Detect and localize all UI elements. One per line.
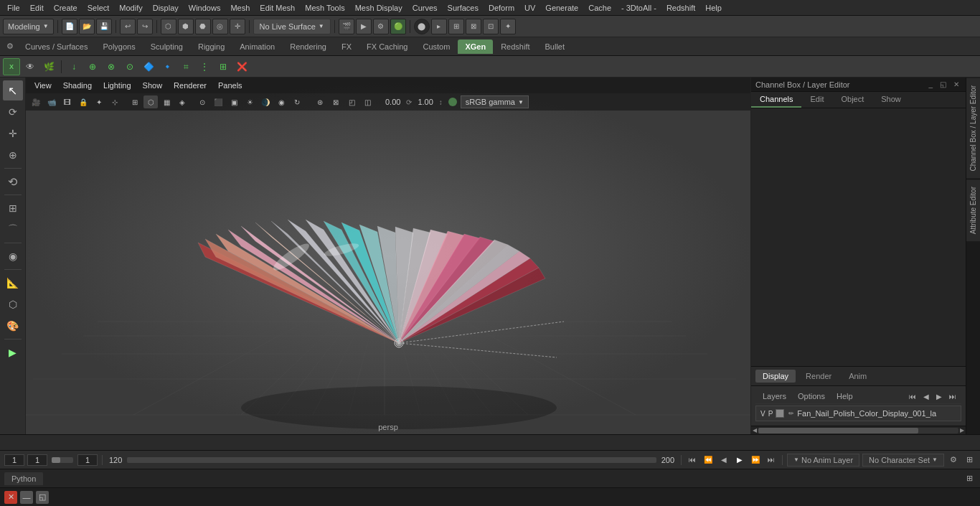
horizontal-scrollbar[interactable]: ◀ ▶: [751, 426, 966, 434]
cb-tab-channels[interactable]: Channels: [751, 92, 801, 108]
layers-help-label[interactable]: Help: [832, 390, 857, 402]
extra-btn4[interactable]: ⊠: [466, 19, 481, 34]
menu-redshift[interactable]: Redshift: [662, 2, 699, 14]
menu-3dtall[interactable]: - 3DtoAll -: [617, 2, 661, 14]
menu-cache[interactable]: Cache: [584, 2, 616, 14]
lasso-btn[interactable]: ⬢: [178, 19, 194, 34]
playback-range-bar[interactable]: [127, 457, 656, 463]
vp-snap-btn[interactable]: ✦: [92, 95, 106, 108]
paint-select-btn[interactable]: ⬣: [195, 19, 211, 34]
current-frame-input1[interactable]: [27, 454, 47, 466]
settings-icon[interactable]: ⚙: [3, 39, 17, 54]
xgen-t9[interactable]: ⊞: [215, 58, 232, 75]
render-scene-btn[interactable]: ▶: [356, 19, 372, 34]
3d-viewport[interactable]: Y Z X persp: [26, 78, 750, 434]
xgen-t4[interactable]: ⊙: [121, 58, 138, 75]
vp-menu-lighting[interactable]: Lighting: [99, 80, 136, 91]
rotate-btn[interactable]: ⟳: [3, 102, 23, 122]
extra-btn5[interactable]: ⊡: [483, 19, 499, 34]
cb-tab-show[interactable]: Show: [872, 92, 910, 108]
vp-snap2-btn[interactable]: ⊹: [108, 95, 122, 108]
timeline[interactable]: 1 10 20 30 40 50 60 70 80 90 100 110 120: [0, 434, 980, 450]
menu-windows[interactable]: Windows: [184, 2, 225, 14]
vp-xray-btn[interactable]: ◈: [175, 95, 189, 108]
xgen-t6[interactable]: 🔹: [159, 58, 176, 75]
snap-grid-btn[interactable]: ⊞: [3, 198, 23, 218]
vp-menu-renderer[interactable]: Renderer: [169, 80, 211, 91]
xgen-t2[interactable]: ⊕: [84, 58, 101, 75]
menu-surfaces[interactable]: Surfaces: [443, 2, 483, 14]
extra-btn6[interactable]: ✦: [500, 19, 516, 34]
channel-box-side-tab[interactable]: Channel Box / Layer Editor: [966, 78, 980, 179]
pb-play-btn[interactable]: ▶: [733, 454, 746, 467]
tab-xgen[interactable]: XGen: [458, 39, 493, 54]
scroll-thumb[interactable]: [758, 428, 918, 434]
cam-btn[interactable]: 🟢: [390, 19, 406, 34]
cb-minimize-btn[interactable]: _: [926, 80, 935, 89]
layer-nav-prev-prev[interactable]: ⏮: [907, 391, 918, 402]
vp-overlay-btn[interactable]: ◫: [360, 95, 374, 108]
vp-color-space-dropdown[interactable]: sRGB gamma ▼: [461, 95, 529, 108]
cb-tab-object[interactable]: Object: [832, 92, 872, 108]
layers-options-label[interactable]: Options: [793, 390, 829, 402]
transform-btn[interactable]: ⟲: [3, 172, 23, 192]
current-frame-input2[interactable]: [77, 454, 98, 466]
vp-menu-show[interactable]: Show: [138, 80, 167, 91]
menu-modify[interactable]: Modify: [115, 2, 146, 14]
pb-play-back-btn[interactable]: ◀: [717, 454, 730, 467]
new-file-btn[interactable]: 📄: [62, 19, 77, 34]
no-live-surface[interactable]: No Live Surface ▼: [253, 19, 331, 34]
save-file-btn[interactable]: 💾: [96, 19, 112, 34]
tab-polygons[interactable]: Polygons: [95, 39, 142, 54]
menu-deform[interactable]: Deform: [484, 2, 519, 14]
vp-color-btn[interactable]: ⬛: [211, 95, 225, 108]
render-view-btn[interactable]: 🎬: [339, 19, 354, 34]
layer-nav-next-next[interactable]: ⏭: [947, 391, 958, 402]
menu-curves[interactable]: Curves: [408, 2, 442, 14]
cb-close-btn[interactable]: ✕: [951, 80, 961, 89]
scroll-left-btn[interactable]: ◀: [753, 427, 757, 434]
tab-curves-surfaces[interactable]: Curves / Surfaces: [18, 39, 95, 54]
xgen-foliage-btn[interactable]: 🌿: [40, 58, 57, 75]
pb-extra-btn[interactable]: ⊞: [963, 454, 976, 467]
pb-step-back-btn[interactable]: ⏪: [702, 454, 715, 467]
open-file-btn[interactable]: 📂: [79, 19, 95, 34]
menu-file[interactable]: File: [3, 2, 24, 14]
anim-tab[interactable]: Anim: [842, 370, 874, 383]
vp-menu-panels[interactable]: Panels: [214, 80, 247, 91]
render-settings-btn[interactable]: ⚙: [373, 19, 389, 34]
pb-step-fwd-btn[interactable]: ⏩: [749, 454, 762, 467]
menu-mesh-tools[interactable]: Mesh Tools: [301, 2, 349, 14]
scale-btn[interactable]: ⊕: [3, 145, 23, 165]
cb-float-btn[interactable]: ◱: [938, 80, 948, 89]
layers-label[interactable]: Layers: [758, 390, 791, 402]
vp-grid-btn[interactable]: ▣: [227, 95, 241, 108]
layer-nav-next[interactable]: ▶: [934, 391, 944, 402]
paint-weights-btn[interactable]: 🎨: [3, 316, 23, 336]
win-minimize-btn[interactable]: —: [20, 491, 33, 504]
display-tab[interactable]: Display: [755, 370, 796, 383]
vp-shadow-btn[interactable]: 🌒: [258, 95, 273, 108]
vp-lock-btn[interactable]: 🔒: [76, 95, 90, 108]
crease-btn[interactable]: ⬡: [3, 294, 23, 314]
menu-help[interactable]: Help: [701, 2, 726, 14]
tab-redshift[interactable]: Redshift: [494, 39, 537, 54]
extra-btn1[interactable]: ⬤: [414, 19, 430, 34]
soft-select-btn[interactable]: ◎: [212, 19, 228, 34]
vp-ao-btn[interactable]: ◉: [274, 95, 288, 108]
move-btn[interactable]: ✛: [3, 123, 23, 144]
extra-btn3[interactable]: ⊞: [448, 19, 464, 34]
snap-point-btn[interactable]: ✛: [230, 19, 245, 34]
menu-generate[interactable]: Generate: [541, 2, 583, 14]
win-close-btn[interactable]: ✕: [4, 491, 17, 504]
vp-resolution-btn[interactable]: ⊠: [329, 95, 343, 108]
frame-start-input[interactable]: [4, 454, 24, 466]
tab-bullet[interactable]: Bullet: [538, 39, 573, 54]
pb-skip-start-btn[interactable]: ⏮: [686, 454, 699, 467]
tab-rigging[interactable]: Rigging: [191, 39, 232, 54]
menu-edit-mesh[interactable]: Edit Mesh: [255, 2, 299, 14]
extra-btn2[interactable]: ▸: [431, 19, 447, 34]
vp-light-btn[interactable]: ☀: [242, 95, 257, 108]
xgen-t10[interactable]: ❌: [233, 58, 250, 75]
menu-mesh[interactable]: Mesh: [226, 2, 254, 14]
